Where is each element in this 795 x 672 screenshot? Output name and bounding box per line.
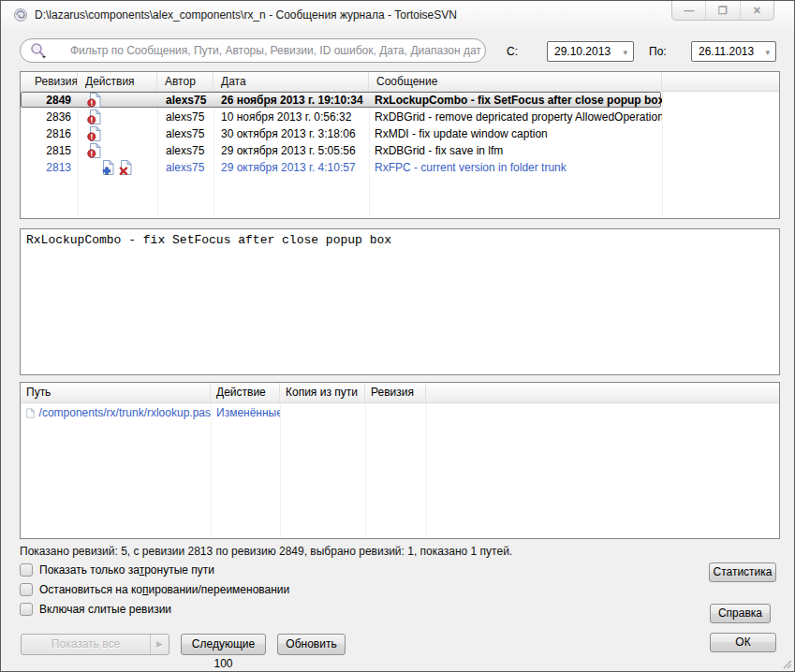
tortoisesvn-log-window: D:\lazarus\components\alex_components\rx… xyxy=(0,0,795,672)
path-copy-from xyxy=(280,403,365,423)
revision-date: 29 октября 2013 г. 5:05:56 xyxy=(213,142,369,159)
maximize-button[interactable]: ❐ xyxy=(706,1,740,20)
filter-searchbox[interactable] xyxy=(20,38,486,63)
path-revision xyxy=(365,403,426,423)
minimize-button[interactable]: — xyxy=(672,1,706,20)
date-from-label: С: xyxy=(507,45,518,58)
revision-actions xyxy=(78,92,157,109)
revision-message: RxDBGrid - remove depricated property Al… xyxy=(369,109,662,125)
revision-date: 29 октября 2013 г. 4:10:57 xyxy=(213,159,369,176)
revision-number: 2836 xyxy=(21,109,78,125)
modified-icon xyxy=(87,143,101,158)
modified-icon xyxy=(87,110,101,124)
status-text: Показано ревизий: 5, с ревизии 2813 по р… xyxy=(20,545,512,558)
filter-input[interactable] xyxy=(48,44,485,57)
path-text: /components/rx/trunk/rxlookup.pas xyxy=(39,403,211,423)
column-header-blank xyxy=(426,383,779,402)
split-arrow-icon[interactable]: ▶ xyxy=(150,635,169,654)
column-header-date[interactable]: Дата xyxy=(213,72,369,91)
revision-date: 26 ноября 2013 г. 19:10:34 xyxy=(213,92,369,109)
column-header-revision[interactable]: Ревизия xyxy=(365,383,426,402)
column-header-message[interactable]: Сообщение xyxy=(369,72,662,91)
column-header-copy-from[interactable]: Копия из пути xyxy=(280,383,365,402)
date-to-combo[interactable]: 26.11.2013 ▾ xyxy=(691,41,776,62)
search-icon[interactable] xyxy=(29,42,48,59)
path-cell: /components/rx/trunk/rxlookup.pas xyxy=(21,403,211,423)
path-row[interactable]: /components/rx/trunk/rxlookup.pas Изменё… xyxy=(21,403,779,423)
chevron-down-icon[interactable]: ▾ xyxy=(765,48,770,57)
revision-message: RxMDI - fix update window caption xyxy=(369,125,662,142)
refresh-button[interactable]: Обновить xyxy=(277,634,346,655)
checkbox-label: Показать только затронутые пути xyxy=(39,563,214,577)
revision-list-header: Ревизия Действия Автор Дата Сообщение xyxy=(21,72,779,92)
revision-row[interactable]: 2849 alexs75 26 ноября 2013 г. 19:10:34 … xyxy=(21,92,779,109)
column-header-path[interactable]: Путь xyxy=(21,383,211,402)
revision-author: alexs75 xyxy=(157,92,213,109)
window-title: D:\lazarus\components\alex_components\rx… xyxy=(35,8,457,22)
resize-grip[interactable] xyxy=(782,659,792,669)
commit-message-panel[interactable]: RxLockupCombo - fix SetFocus after close… xyxy=(20,228,780,375)
revision-number: 2813 xyxy=(21,159,78,176)
title-bar[interactable]: D:\lazarus\components\alex_components\rx… xyxy=(1,1,794,29)
date-from-value: 29.10.2013 xyxy=(554,45,611,58)
added-icon xyxy=(100,160,114,175)
revision-row[interactable]: 2815 alexs75 29 октября 2013 г. 5:05:56 … xyxy=(21,142,779,159)
statistics-button[interactable]: Статистика xyxy=(709,562,776,582)
revision-message: RxLockupCombo - fix SetFocus after close… xyxy=(369,92,662,109)
modified-icon xyxy=(87,126,101,141)
chevron-down-icon[interactable]: ▾ xyxy=(623,48,627,57)
modified-icon xyxy=(87,93,101,108)
checkbox-include-merged-revisions[interactable]: Включая слитые ревизии xyxy=(20,602,171,617)
deleted-icon xyxy=(118,160,132,175)
checkbox-show-affected-paths[interactable]: Показать только затронутые пути xyxy=(20,562,214,577)
revision-date: 30 октября 2013 г. 3:18:06 xyxy=(213,125,369,142)
path-action: Изменённые xyxy=(211,403,280,423)
column-header-actions[interactable]: Действия xyxy=(78,72,157,91)
close-button[interactable]: ✕ xyxy=(741,1,773,20)
column-header-blank xyxy=(662,72,779,91)
date-from-combo[interactable]: 29.10.2013 ▾ xyxy=(547,41,634,62)
checkbox-icon[interactable] xyxy=(20,563,33,577)
column-header-action[interactable]: Действие xyxy=(211,383,280,402)
revision-row[interactable]: 2836 alexs75 10 ноября 2013 г. 0:56:32 R… xyxy=(21,109,779,125)
revision-list[interactable]: Ревизия Действия Автор Дата Сообщение 28… xyxy=(20,71,780,219)
revision-author: alexs75 xyxy=(157,159,213,176)
revision-message: RxDBGrid - fix save in lfm xyxy=(369,142,662,159)
revision-row[interactable]: 2813 alexs75 29 октября 2013 г. 4:10:57 … xyxy=(21,159,779,176)
revision-message: RxFPC - current version in folder trunk xyxy=(369,159,662,176)
tortoisesvn-app-icon xyxy=(13,7,28,22)
date-to-value: 26.11.2013 xyxy=(699,45,754,58)
revision-number: 2815 xyxy=(21,142,78,159)
revision-date: 10 ноября 2013 г. 0:56:32 xyxy=(213,109,369,125)
help-button[interactable]: Справка xyxy=(710,604,771,623)
checkbox-label: Остановиться на копировании/переименован… xyxy=(39,583,289,596)
show-all-label: Показать все xyxy=(22,635,150,654)
revision-actions xyxy=(78,125,157,142)
ok-button[interactable]: ОК xyxy=(710,633,776,652)
column-header-author[interactable]: Автор xyxy=(157,72,213,91)
checkbox-stop-on-copy[interactable]: Остановиться на копировании/переименован… xyxy=(20,582,289,597)
revision-row[interactable]: 2816 alexs75 30 октября 2013 г. 3:18:06 … xyxy=(21,125,779,142)
file-icon xyxy=(26,406,35,420)
revision-author: alexs75 xyxy=(157,142,213,159)
checkbox-icon[interactable] xyxy=(20,583,33,596)
column-header-revision[interactable]: Ревизия xyxy=(21,72,78,91)
date-to-label: По: xyxy=(649,45,667,58)
checkbox-icon[interactable] xyxy=(20,603,33,616)
revision-author: alexs75 xyxy=(157,125,213,142)
paths-header: Путь Действие Копия из пути Ревизия xyxy=(21,383,779,403)
revision-actions xyxy=(78,142,157,159)
next-100-button[interactable]: Следующие 100 xyxy=(181,634,266,655)
revision-number: 2849 xyxy=(21,92,78,109)
show-all-button[interactable]: Показать все ▶ xyxy=(21,634,169,655)
revision-actions xyxy=(78,159,157,176)
checkbox-label: Включая слитые ревизии xyxy=(39,603,171,616)
changed-paths-list[interactable]: Путь Действие Копия из пути Ревизия /com… xyxy=(20,382,780,539)
window-controls: — ❐ ✕ xyxy=(671,1,774,21)
revision-author: alexs75 xyxy=(157,109,213,125)
revision-actions xyxy=(78,109,157,125)
revision-number: 2816 xyxy=(21,125,78,142)
